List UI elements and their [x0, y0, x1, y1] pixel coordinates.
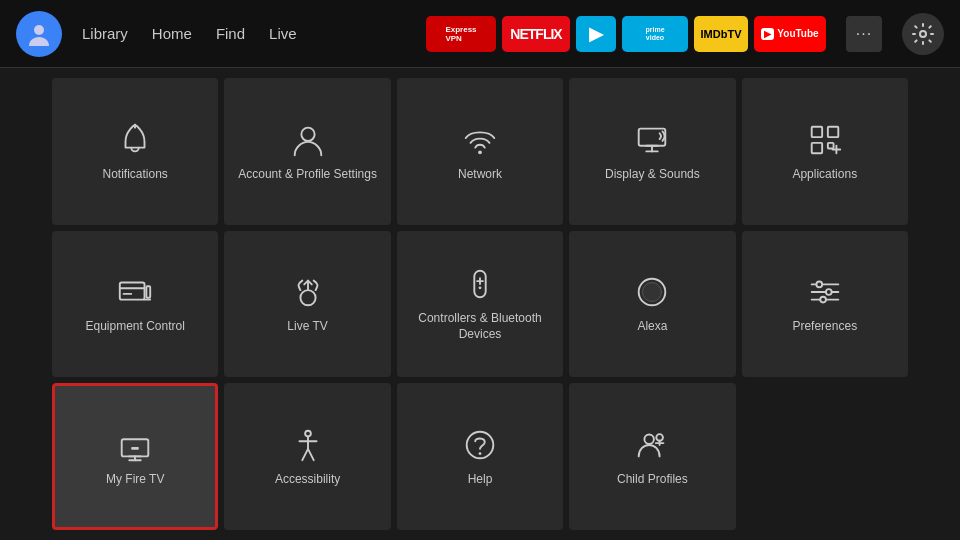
app-imdb[interactable]: IMDbTV — [694, 16, 748, 52]
label-account-profile: Account & Profile Settings — [238, 167, 377, 183]
settings-grid: Notifications Account & Profile Settings… — [0, 68, 960, 540]
avatar[interactable] — [16, 11, 62, 57]
grid-item-account-profile[interactable]: Account & Profile Settings — [224, 78, 390, 225]
svg-point-1 — [920, 31, 926, 37]
app-prime[interactable]: primevideo — [622, 16, 688, 52]
svg-rect-9 — [811, 126, 821, 136]
grid-item-my-fire-tv[interactable]: My Fire TV — [52, 383, 218, 530]
svg-point-47 — [657, 434, 664, 441]
grid-item-alexa[interactable]: Alexa — [569, 231, 735, 378]
label-help: Help — [468, 472, 493, 488]
svg-rect-10 — [828, 126, 838, 136]
svg-point-31 — [816, 282, 822, 288]
topnav: Library Home Find Live ExpressVPN NETFLI… — [0, 0, 960, 68]
app-icons: ExpressVPN NETFLIX ▶ primevideo IMDbTV ▶… — [426, 16, 826, 52]
nav-links: Library Home Find Live — [82, 25, 297, 42]
svg-point-25 — [479, 287, 482, 290]
app-netflix[interactable]: NETFLIX — [502, 16, 570, 52]
svg-point-4 — [478, 150, 482, 154]
label-my-fire-tv: My Fire TV — [106, 472, 164, 488]
label-applications: Applications — [792, 167, 857, 183]
app-youtube[interactable]: ▶ YouTube — [754, 16, 826, 52]
svg-rect-18 — [147, 286, 151, 297]
svg-point-0 — [34, 25, 44, 35]
grid-item-preferences[interactable]: Preferences — [742, 231, 908, 378]
label-preferences: Preferences — [792, 319, 857, 335]
label-alexa: Alexa — [637, 319, 667, 335]
label-accessibility: Accessibility — [275, 472, 340, 488]
settings-button[interactable] — [902, 13, 944, 55]
label-live-tv: Live TV — [287, 319, 327, 335]
grid-item-notifications[interactable]: Notifications — [52, 78, 218, 225]
grid-item-equipment-control[interactable]: Equipment Control — [52, 231, 218, 378]
nav-live[interactable]: Live — [269, 25, 297, 42]
label-network: Network — [458, 167, 502, 183]
label-equipment-control: Equipment Control — [86, 319, 185, 335]
grid-item-controllers[interactable]: Controllers & Bluetooth Devices — [397, 231, 563, 378]
app-expressvpn[interactable]: ExpressVPN — [426, 16, 496, 52]
svg-point-45 — [479, 452, 482, 455]
label-notifications: Notifications — [103, 167, 168, 183]
svg-rect-38 — [131, 447, 139, 450]
svg-point-32 — [826, 289, 832, 295]
label-child-profiles: Child Profiles — [617, 472, 688, 488]
label-display-sounds: Display & Sounds — [605, 167, 700, 183]
label-controllers: Controllers & Bluetooth Devices — [407, 311, 553, 342]
nav-find[interactable]: Find — [216, 25, 245, 42]
grid-item-child-profiles[interactable]: Child Profiles — [569, 383, 735, 530]
grid-item-network[interactable]: Network — [397, 78, 563, 225]
svg-point-3 — [301, 127, 314, 140]
grid-item-live-tv[interactable]: Live TV — [224, 231, 390, 378]
grid-item-display-sounds[interactable]: Display & Sounds — [569, 78, 735, 225]
svg-point-27 — [643, 283, 662, 302]
svg-rect-15 — [120, 283, 145, 300]
grid-item-help[interactable]: Help — [397, 383, 563, 530]
grid-item-applications[interactable]: Applications — [742, 78, 908, 225]
svg-rect-11 — [811, 142, 821, 152]
nav-home[interactable]: Home — [152, 25, 192, 42]
svg-point-46 — [645, 434, 655, 444]
svg-point-33 — [820, 297, 826, 303]
svg-line-42 — [302, 449, 308, 460]
more-button[interactable]: ··· — [846, 16, 882, 52]
svg-line-43 — [308, 449, 314, 460]
app-freevee[interactable]: ▶ — [576, 16, 616, 52]
grid-item-accessibility[interactable]: Accessibility — [224, 383, 390, 530]
svg-point-20 — [300, 290, 315, 305]
svg-rect-12 — [828, 142, 834, 148]
nav-library[interactable]: Library — [82, 25, 128, 42]
